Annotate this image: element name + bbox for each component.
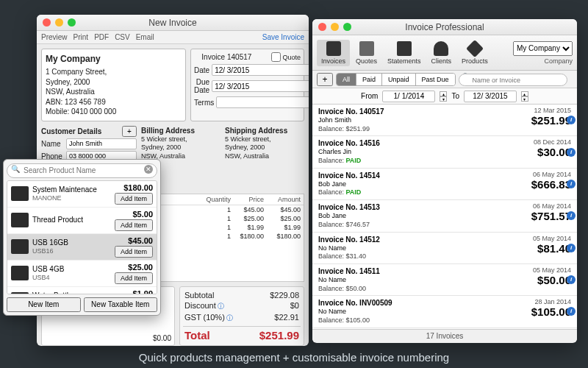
minimize-icon[interactable] bbox=[331, 23, 339, 31]
company-select[interactable]: My Company bbox=[513, 41, 573, 56]
toolbar-csv[interactable]: CSV bbox=[115, 33, 130, 41]
shipping-address: Shipping Address 5 Wicker street, Sydney… bbox=[225, 126, 304, 176]
invoice-meta: Invoice 140517 Quote Date Due Date Terms bbox=[190, 49, 304, 121]
product-thumb-icon bbox=[11, 186, 29, 201]
company-block: My Company 1 Company Street, Sydney, 200… bbox=[41, 49, 186, 121]
product-item[interactable]: USB 4GBUSB4$25.00Add Item bbox=[7, 261, 157, 287]
add-item-button[interactable]: Add Item bbox=[115, 246, 153, 258]
info-icon[interactable]: i bbox=[567, 211, 576, 220]
toolbar-preview[interactable]: Preview bbox=[41, 33, 68, 41]
titlebar-left: New Invoice bbox=[37, 15, 309, 31]
search-input[interactable] bbox=[459, 74, 567, 86]
customer-name-field[interactable] bbox=[66, 138, 137, 149]
terms-field[interactable] bbox=[216, 96, 309, 108]
segment-paid[interactable]: Paid bbox=[356, 74, 382, 85]
segment-all[interactable]: All bbox=[337, 74, 356, 85]
to-date-field[interactable] bbox=[464, 91, 517, 102]
date-field[interactable] bbox=[212, 64, 309, 76]
window-title: New Invoice bbox=[37, 18, 309, 28]
invoice-row[interactable]: Invoice No. 14516Charles JinBalance: PAI… bbox=[312, 136, 577, 168]
info-icon[interactable]: i bbox=[567, 180, 576, 188]
titlebar-right: Invoice Professional bbox=[312, 19, 577, 35]
statements-icon bbox=[397, 41, 412, 56]
info-icon[interactable]: i bbox=[567, 244, 576, 252]
minimize-icon[interactable] bbox=[55, 18, 63, 26]
invoice-row[interactable]: Invoice No. INV00509No NameBalance: $105… bbox=[312, 296, 577, 328]
status-filter-segment[interactable]: All Paid Unpaid Past Due bbox=[336, 73, 456, 86]
segment-pastdue[interactable]: Past Due bbox=[416, 74, 455, 85]
due-date-field[interactable] bbox=[212, 80, 309, 92]
add-item-button[interactable]: Add Item bbox=[115, 272, 153, 284]
quote-checkbox[interactable] bbox=[271, 52, 281, 62]
segment-unpaid[interactable]: Unpaid bbox=[382, 74, 416, 85]
from-stepper[interactable]: ▴▾ bbox=[440, 91, 447, 102]
add-customer-button[interactable]: + bbox=[122, 126, 137, 137]
info-icon[interactable]: i bbox=[567, 307, 576, 316]
invoice-row[interactable]: Invoice No. 14513Bob JaneBalance: $746.5… bbox=[312, 200, 577, 232]
invoice-toolbar: Preview Print PDF CSV Email Save Invoice bbox=[37, 31, 309, 44]
products-icon bbox=[466, 39, 484, 57]
invoice-no: 140517 bbox=[227, 53, 269, 61]
toolbar-print[interactable]: Print bbox=[74, 33, 89, 41]
invoice-row[interactable]: Invoice No. INV00508No NameBalance: $110… bbox=[312, 328, 577, 329]
product-thumb-icon bbox=[11, 213, 29, 227]
new-taxable-item-button[interactable]: New Taxable Item bbox=[84, 297, 158, 312]
totals-box: Subtotal$229.08 Discount$0 GST (10%)$22.… bbox=[179, 286, 304, 346]
window-title: Invoice Professional bbox=[312, 22, 577, 32]
toolbar-pdf[interactable]: PDF bbox=[94, 33, 109, 41]
invoices-icon bbox=[326, 41, 341, 56]
caption: Quick products management + customisable… bbox=[0, 351, 588, 364]
product-list[interactable]: System MaintenaceMANONE$180.00Add ItemTh… bbox=[7, 180, 157, 294]
product-thumb-icon bbox=[11, 292, 29, 294]
product-item[interactable]: USB 16GBUSB16$45.00Add Item bbox=[7, 234, 157, 261]
zoom-icon[interactable] bbox=[68, 18, 76, 26]
zoom-icon[interactable] bbox=[343, 23, 351, 31]
info-icon[interactable]: i bbox=[567, 148, 576, 157]
close-icon[interactable] bbox=[43, 18, 51, 26]
date-range-row: From ▴▾ To ▴▾ bbox=[312, 88, 577, 105]
info-icon[interactable]: i bbox=[567, 275, 576, 284]
product-item[interactable]: System MaintenaceMANONE$180.00Add Item bbox=[7, 181, 157, 208]
product-popover: System MaintenaceMANONE$180.00Add ItemTh… bbox=[3, 159, 161, 316]
to-stepper[interactable]: ▴▾ bbox=[521, 91, 528, 102]
invoice-row[interactable]: Invoice No. 140517John SmithBalance: $25… bbox=[312, 105, 577, 136]
close-icon[interactable] bbox=[318, 23, 326, 31]
tab-statements[interactable]: Statements bbox=[383, 40, 426, 66]
invoice-row[interactable]: Invoice No. 14511No NameBalance: $50.000… bbox=[312, 264, 577, 296]
new-invoice-button[interactable]: + bbox=[317, 73, 333, 86]
add-item-button[interactable]: Add Item bbox=[115, 193, 153, 205]
quotes-icon bbox=[359, 41, 374, 56]
company-name: My Company bbox=[46, 53, 182, 65]
tab-clients[interactable]: Clients bbox=[427, 40, 456, 66]
invoice-row[interactable]: Invoice No. 14512No NameBalance: $31.400… bbox=[312, 233, 577, 264]
tab-quotes[interactable]: Quotes bbox=[351, 40, 381, 66]
invoice-row[interactable]: Invoice No. 14514Bob JaneBalance: PAID06… bbox=[312, 169, 577, 200]
status-bar: 17 Invoices bbox=[312, 329, 577, 342]
invoice-no-label: Invoice bbox=[194, 53, 225, 61]
product-item[interactable]: Water BottleH2O$1.99Add Item bbox=[7, 287, 157, 294]
from-date-field[interactable] bbox=[382, 91, 435, 102]
tab-invoices[interactable]: Invoices bbox=[317, 40, 350, 66]
product-search-input[interactable] bbox=[7, 163, 157, 178]
add-item-button[interactable]: Add Item bbox=[115, 219, 153, 231]
toolbar-email[interactable]: Email bbox=[136, 33, 154, 41]
filter-row: + All Paid Unpaid Past Due bbox=[312, 71, 577, 88]
product-item[interactable]: Thread Product$5.00Add Item bbox=[7, 208, 157, 234]
main-toolbar: Invoices Quotes Statements Clients Produ… bbox=[312, 35, 577, 71]
product-thumb-icon bbox=[11, 239, 29, 254]
invoice-list-window: Invoice Professional Invoices Quotes Sta… bbox=[312, 19, 577, 343]
tab-products[interactable]: Products bbox=[457, 40, 492, 66]
product-thumb-icon bbox=[11, 266, 29, 280]
save-invoice-button[interactable]: Save Invoice bbox=[262, 33, 304, 41]
clients-icon bbox=[434, 41, 448, 56]
invoice-list[interactable]: Invoice No. 140517John SmithBalance: $25… bbox=[312, 105, 577, 329]
info-icon[interactable]: i bbox=[567, 116, 576, 124]
new-item-button[interactable]: New Item bbox=[7, 297, 81, 312]
